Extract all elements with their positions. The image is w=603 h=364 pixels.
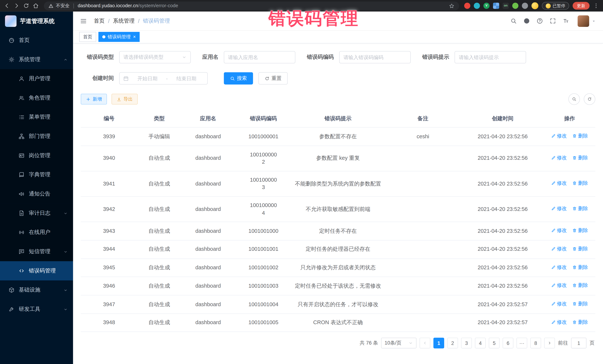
sidebar-item[interactable]: 字典管理 — [0, 165, 73, 184]
sidebar-item[interactable]: 短信管理 — [0, 242, 73, 261]
edit-link[interactable]: 修改 — [551, 154, 567, 161]
edit-link[interactable]: 修改 — [551, 300, 567, 308]
view-tab[interactable]: 错误码管理 × — [99, 32, 140, 42]
edit-link[interactable]: 修改 — [551, 180, 567, 187]
sidebar-item[interactable]: 首页 — [0, 31, 73, 50]
sidebar-item[interactable]: 菜单管理 — [0, 108, 73, 127]
goto-page-input[interactable] — [571, 338, 587, 349]
extension-icon[interactable] — [474, 3, 480, 9]
page-button[interactable]: 6 — [503, 338, 513, 349]
page-button[interactable]: 8 — [530, 338, 541, 349]
error-code-input[interactable] — [339, 51, 411, 63]
search-button[interactable]: 搜索 — [224, 72, 253, 85]
id-cell: 3942 — [81, 197, 137, 222]
delete-link[interactable]: 删除 — [572, 132, 588, 140]
close-icon[interactable]: × — [133, 35, 136, 39]
app-name-input[interactable] — [224, 51, 295, 63]
edit-link[interactable]: 修改 — [551, 205, 567, 212]
view-tab[interactable]: 首页 × — [79, 32, 96, 42]
browser-menu-icon[interactable] — [593, 3, 599, 9]
time-cell: 2021-04-20 23:52:56 — [462, 171, 544, 197]
table-search-icon[interactable] — [568, 93, 580, 105]
delete-link[interactable]: 删除 — [572, 180, 588, 187]
table-refresh-icon[interactable] — [584, 93, 595, 105]
header-action-icon[interactable] — [510, 18, 517, 24]
delete-link[interactable]: 删除 — [572, 227, 588, 234]
delete-link[interactable]: 删除 — [572, 319, 588, 326]
breadcrumb-item[interactable]: 系统管理 — [113, 17, 135, 24]
header-action-icon[interactable] — [536, 18, 543, 24]
sidebar-item[interactable]: 角色管理 — [0, 88, 73, 108]
sidebar-item[interactable]: 岗位管理 — [0, 146, 73, 165]
home-icon[interactable] — [33, 3, 39, 9]
error-type-select[interactable]: 请选择错误码类型 — [119, 51, 191, 63]
delete-link[interactable]: 删除 — [572, 264, 588, 271]
extension-icon[interactable] — [522, 3, 528, 9]
export-button[interactable]: 导出 — [112, 94, 138, 105]
edit-link[interactable]: 修改 — [551, 245, 567, 253]
delete-link[interactable]: 删除 — [572, 154, 588, 161]
sidebar-item[interactable]: 在线用户 — [0, 223, 73, 242]
page-button[interactable]: 4 — [475, 338, 486, 349]
page-button[interactable]: 5 — [489, 338, 499, 349]
paused-badge[interactable]: 已暂停 — [542, 2, 569, 10]
reset-button[interactable]: 重置 — [258, 72, 288, 85]
caret-down-icon[interactable] — [591, 19, 596, 23]
sidebar-item[interactable]: 审计日志 — [0, 204, 73, 223]
delete-link[interactable]: 删除 — [572, 205, 588, 212]
delete-link[interactable]: 删除 — [572, 282, 588, 289]
delete-link[interactable]: 删除 — [572, 300, 588, 308]
extension-icon[interactable]: V — [483, 3, 489, 9]
next-page-button[interactable] — [544, 338, 555, 349]
breadcrumb-item[interactable]: 首页 — [94, 17, 105, 24]
sidebar-item[interactable]: 系统管理 — [0, 50, 73, 69]
edit-link[interactable]: 修改 — [551, 264, 567, 271]
user-avatar[interactable] — [578, 15, 589, 27]
edit-link[interactable]: 修改 — [551, 227, 567, 234]
sidebar-item-icon — [18, 268, 24, 274]
start-date-input[interactable] — [130, 76, 165, 81]
delete-link-label: 删除 — [578, 264, 588, 271]
add-button[interactable]: 新增 — [81, 94, 107, 105]
edit-link[interactable]: 修改 — [551, 319, 567, 326]
update-button[interactable]: 更新 — [573, 2, 590, 10]
page-button[interactable]: 3 — [461, 338, 472, 349]
address-bar[interactable]: 不安全 dashboard.yudao.iocoder.cn/system/er… — [44, 1, 459, 10]
sidebar-item[interactable]: 研发工具 — [0, 300, 73, 319]
header-action-icon[interactable] — [523, 18, 530, 24]
sidebar-toggle-icon[interactable] — [80, 17, 87, 24]
back-icon[interactable] — [4, 3, 10, 9]
app-logo-row[interactable]: 芋道管理系统 — [0, 11, 73, 31]
delete-link[interactable]: 删除 — [572, 245, 588, 253]
sidebar-item[interactable]: 部门管理 — [0, 127, 73, 146]
filter-label: 应用名 — [202, 54, 218, 61]
edit-link[interactable]: 修改 — [551, 132, 567, 140]
date-range-picker[interactable]: - — [119, 72, 208, 85]
extension-icon[interactable] — [493, 3, 499, 9]
forward-icon[interactable] — [13, 3, 20, 9]
extension-icon[interactable] — [512, 3, 518, 9]
page-button[interactable]: 2 — [447, 338, 458, 349]
sidebar-item[interactable]: 用户管理 — [0, 69, 73, 88]
page-button[interactable]: ··· — [517, 338, 527, 349]
edit-link[interactable]: 修改 — [551, 282, 567, 289]
page-size-select[interactable]: 10条/页 — [381, 338, 417, 349]
reload-icon[interactable] — [23, 3, 29, 9]
sidebar-item[interactable]: 通知公告 — [0, 184, 73, 204]
page-button[interactable]: 1 — [433, 338, 444, 349]
sidebar-item[interactable]: 错误码管理 — [0, 261, 73, 280]
header-action-icon[interactable] — [563, 18, 569, 24]
active-dot — [102, 35, 105, 39]
sidebar-item[interactable]: 基础设施 — [0, 280, 73, 300]
warning-icon — [48, 3, 53, 8]
app-logo — [5, 15, 16, 27]
extension-icon[interactable] — [464, 3, 470, 9]
profile-avatar[interactable] — [531, 2, 538, 9]
header-action-icon[interactable] — [550, 18, 556, 24]
error-hint-input[interactable] — [454, 51, 526, 63]
prev-page-button[interactable] — [419, 338, 430, 349]
end-date-input[interactable] — [169, 76, 204, 81]
bookmark-star-icon[interactable] — [449, 3, 454, 9]
sidebar-item-label: 通知公告 — [29, 190, 50, 197]
extension-icon[interactable]: on — [503, 3, 509, 9]
